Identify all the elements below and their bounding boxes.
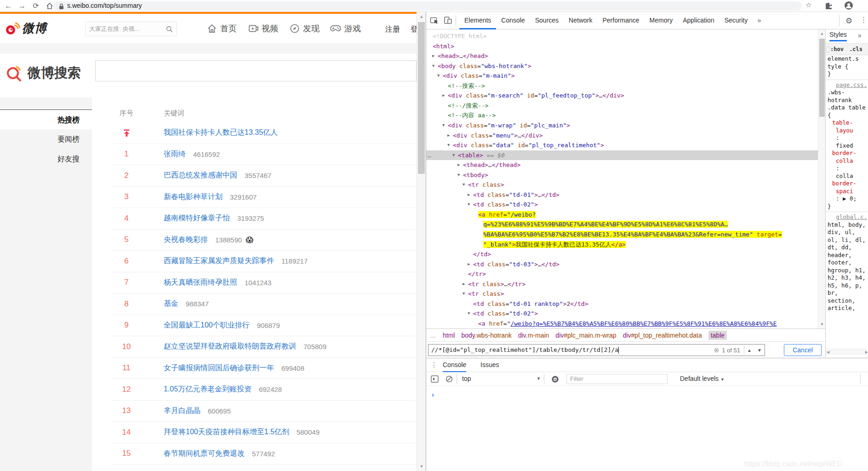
profile-avatar[interactable] bbox=[844, 1, 853, 10]
dom-tree-line[interactable]: ▶<thead>…</thead> bbox=[426, 160, 818, 170]
bookmark-star-icon[interactable]: ☆ bbox=[805, 1, 811, 9]
collapse-arrow-icon[interactable]: ▼ bbox=[442, 121, 445, 130]
dom-tree-line[interactable]: ▼<td class="td-02"> bbox=[426, 309, 818, 318]
hot-topic-link[interactable]: 赵立坚说望拜登政府吸取特朗普政府教训 bbox=[164, 342, 296, 351]
expand-arrow-icon[interactable]: ▶ bbox=[457, 160, 460, 170]
dom-tree-line[interactable]: ▼<td class="td-02"> bbox=[426, 200, 818, 209]
tabs-overflow-chevron-icon[interactable]: » bbox=[753, 12, 765, 29]
breadcrumb-item[interactable]: body.wbs-hotrank bbox=[461, 332, 511, 339]
dom-tree-line[interactable]: <!DOCTYPE html> bbox=[426, 31, 818, 41]
clear-console-icon[interactable] bbox=[445, 375, 453, 383]
dom-tree-line[interactable]: ▼<div class="m-wrap" id="plc_main"> bbox=[426, 121, 818, 130]
dom-tree-line[interactable]: <td class="td-01 ranktop">2</td> bbox=[426, 299, 818, 309]
devtools-tab-console[interactable]: Console bbox=[496, 12, 530, 29]
collapse-arrow-icon[interactable]: ▼ bbox=[457, 170, 460, 180]
dom-tree-line[interactable]: </td> bbox=[426, 249, 818, 259]
console-eye-icon[interactable] bbox=[551, 375, 559, 383]
dom-tree-line[interactable]: "_blank">我国社保卡持卡人数已达13.35亿人</a> bbox=[426, 240, 818, 249]
dom-tree-line[interactable]: ▶<div class="m-search" id="pl_feedtop_to… bbox=[426, 91, 818, 100]
collapse-arrow-icon[interactable]: ▼ bbox=[437, 71, 440, 80]
dom-tree-line[interactable]: <a href="/weibo?q=%E5%B7%B4%E8%A5%BF%E6%… bbox=[426, 319, 818, 328]
dom-tree-line[interactable]: <!--/搜索--> bbox=[426, 101, 818, 110]
address-bar[interactable] bbox=[53, 1, 802, 11]
devtools-tab-network[interactable]: Network bbox=[564, 12, 597, 29]
expand-arrow-icon[interactable]: ▶ bbox=[463, 279, 465, 289]
collapse-arrow-icon[interactable]: ▼ bbox=[463, 180, 465, 190]
dom-tree-line[interactable]: ▼<tr class> bbox=[426, 289, 818, 299]
hot-topic-link[interactable]: 拜登将100天疫苗接种目标增至1.5亿剂 bbox=[164, 427, 289, 437]
dom-tree-line[interactable]: ▼<tr class> bbox=[426, 180, 818, 190]
search-icon[interactable] bbox=[166, 26, 173, 33]
dom-tree-line[interactable]: ▶<td class="td-03">…</td> bbox=[426, 259, 818, 269]
dom-tree-line[interactable]: ▼<tbody> bbox=[426, 170, 818, 180]
expand-arrow-icon[interactable]: ▶ bbox=[432, 51, 434, 61]
back-icon[interactable]: ← bbox=[3, 0, 14, 11]
tab-issues[interactable]: Issues bbox=[480, 358, 499, 371]
tree-scroll-down-icon[interactable]: ▼ bbox=[818, 321, 826, 328]
dom-tree-line[interactable]: <a href="/weibo? bbox=[426, 210, 818, 219]
expand-arrow-icon[interactable]: ▶ bbox=[468, 190, 470, 200]
find-next-icon[interactable]: ▼ bbox=[754, 348, 765, 353]
console-levels-dropdown[interactable]: Default levels ▼ bbox=[680, 375, 725, 382]
tab-styles[interactable]: Styles bbox=[829, 31, 847, 41]
breadcrumb-item[interactable]: div.m-main bbox=[518, 332, 549, 339]
dom-tree-line[interactable]: <!--内容 aa--> bbox=[426, 110, 818, 120]
devtools-tab-sources[interactable]: Sources bbox=[530, 12, 564, 29]
devtools-tab-application[interactable]: Application bbox=[678, 12, 720, 29]
breadcrumb-item[interactable]: div#pl_top_realtimehot.data bbox=[623, 332, 702, 339]
hot-topic-link[interactable]: 新春电影种草计划 bbox=[164, 192, 223, 202]
sidebar-item-1[interactable]: 热搜榜 bbox=[0, 109, 92, 129]
breadcrumb-item[interactable]: table bbox=[708, 331, 727, 340]
devtools-tab-security[interactable]: Security bbox=[720, 12, 753, 29]
tree-scroll-up-icon[interactable]: ▲ bbox=[818, 30, 826, 37]
hot-topic-link[interactable]: 女子瞒报病情回国后确诊获刑一年 bbox=[164, 363, 274, 373]
scroll-down-icon[interactable]: ▼ bbox=[417, 463, 426, 470]
dom-tree-line[interactable]: ▶<tr class>…</tr> bbox=[426, 279, 818, 289]
collapse-arrow-icon[interactable]: ▼ bbox=[432, 61, 434, 71]
stylesheet-link[interactable]: page.css. bbox=[826, 81, 868, 89]
hot-topic-link[interactable]: 越南模特好像章子怡 bbox=[164, 213, 230, 223]
dom-tree-line[interactable]: q=%23%E6%88%91%E5%9B%BD%E7%A4%BE%E4%BF%9… bbox=[426, 219, 818, 229]
register-link[interactable]: 注册 bbox=[385, 25, 400, 34]
devtools-menu-dots-icon[interactable]: ⋮ bbox=[860, 16, 867, 24]
hot-topic-link[interactable]: 全国最缺工100个职业排行 bbox=[164, 321, 250, 330]
nav-item-2[interactable]: 视频 bbox=[248, 23, 278, 34]
breadcrumb-item[interactable]: html bbox=[443, 332, 455, 339]
dom-tree-line[interactable]: ▼<div class="m-main"> bbox=[426, 71, 818, 80]
elements-scrollbar-thumb[interactable] bbox=[819, 39, 825, 117]
find-cancel-button[interactable]: Cancel bbox=[784, 344, 822, 356]
url-text[interactable]: s.weibo.com/top/summary bbox=[67, 2, 142, 9]
dom-tree-line[interactable]: %BA%BA%E6%95%B0%E5%B7%B2%E8%BE%BE13.35%E… bbox=[426, 230, 818, 239]
hot-topic-link[interactable]: 芈月白晶晶 bbox=[164, 406, 200, 416]
collapse-arrow-icon[interactable]: ▼ bbox=[468, 309, 470, 318]
elements-scrollbar[interactable]: ▲ ▼ bbox=[818, 29, 825, 328]
dom-tree-line[interactable]: <!--搜索--> bbox=[426, 81, 818, 91]
dom-tree-line[interactable]: </tr> bbox=[426, 269, 818, 279]
dom-tree-line[interactable]: ▶<td class="td-01">…</td> bbox=[426, 190, 818, 200]
hot-topic-link[interactable]: 杨天真晒张雨绮孕肚照 bbox=[164, 278, 237, 287]
devtools-tab-elements[interactable]: Elements bbox=[459, 12, 496, 29]
expand-arrow-icon[interactable]: ▶ bbox=[468, 259, 470, 269]
hot-topic-link[interactable]: 西藏冒险王家属发声质疑失踪事件 bbox=[164, 256, 274, 266]
forward-icon[interactable]: → bbox=[17, 0, 28, 11]
dom-tree-line[interactable]: ▶<head>…</head> bbox=[426, 51, 818, 61]
console-sidebar-icon[interactable] bbox=[431, 375, 439, 383]
header-search-box[interactable]: 大家正在搜: 央视... bbox=[85, 22, 177, 36]
devtools-settings-gear-icon[interactable]: ⚙ bbox=[845, 16, 852, 26]
breadcrumb-item[interactable]: div#plc_main.m-wrap bbox=[555, 332, 616, 339]
hot-topic-link[interactable]: 央视春晚彩排 bbox=[164, 235, 208, 245]
hot-topic-link[interactable]: 1.05万亿元养老金到账投资 bbox=[164, 385, 251, 394]
styles-scroll-right-icon[interactable]: ▶ bbox=[865, 349, 868, 356]
collapse-arrow-icon[interactable]: ▼ bbox=[447, 140, 450, 150]
pinned-title-link[interactable]: 我国社保卡持卡人数已达13.35亿人 bbox=[164, 128, 278, 138]
find-input[interactable]: //*[@id="pl_top_realtimehot"]/table/tbod… bbox=[428, 344, 765, 356]
pseudo-cls-toggle[interactable]: .cls bbox=[849, 46, 862, 52]
hot-topic-link[interactable]: 春节期间机票可免费退改 bbox=[164, 449, 245, 459]
console-menu-dots-icon[interactable]: ⋮ bbox=[431, 361, 437, 368]
inspect-element-icon[interactable] bbox=[430, 16, 439, 25]
dom-tree-line[interactable]: ▼<body class="wbs-hotrank"> bbox=[426, 61, 818, 71]
tree-line-gutter-dots[interactable]: … bbox=[428, 150, 431, 160]
styles-scroll-left-icon[interactable]: ◀ bbox=[827, 349, 829, 356]
hot-topic-link[interactable]: 巴西总统发推感谢中国 bbox=[164, 171, 237, 180]
context-dropdown-caret-icon[interactable]: ▼ bbox=[537, 376, 541, 381]
